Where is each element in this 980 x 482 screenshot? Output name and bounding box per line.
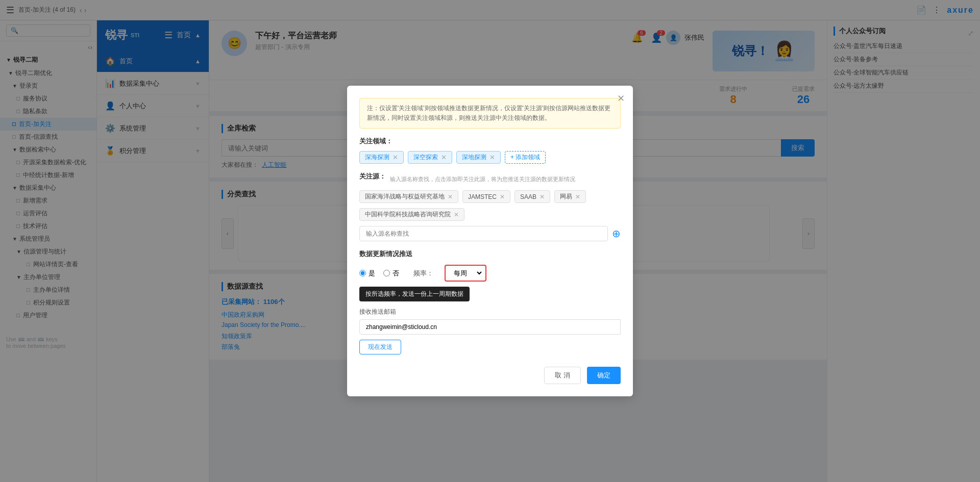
source-tag-3[interactable]: SAAB ✕ <box>514 190 550 203</box>
now-send-area: 现在发送 <box>359 340 621 354</box>
source-tags-row2: 中国科学院科技战略咨询研究院 ✕ <box>359 208 621 221</box>
radio-yes-input[interactable] <box>359 270 366 276</box>
tag-deep-space[interactable]: 深空探索 ✕ <box>408 151 452 164</box>
tag-close-deep-space[interactable]: ✕ <box>441 154 447 161</box>
email-label: 接收推送邮箱 <box>359 308 621 316</box>
source-tag-close-5[interactable]: ✕ <box>454 211 459 218</box>
push-radio-row: 是 否 频率： 每周 每日 每月 <box>359 265 621 282</box>
modal-overlay[interactable]: ✕ 注：仅设置'关注领域'则按领域推送数据更新情况，仅设置'关注源'则按信源网站… <box>0 0 980 482</box>
push-tooltip: 按所选频率，发送一份上一周期数据 <box>359 287 470 301</box>
tag-close-deep-earth[interactable]: ✕ <box>489 154 495 161</box>
add-field-button[interactable]: + 添加领域 <box>505 151 546 164</box>
source-tag-2[interactable]: JAMSTEC ✕ <box>462 190 510 203</box>
modal-footer: 取 消 确定 <box>359 367 621 384</box>
modal-close-button[interactable]: ✕ <box>617 93 625 104</box>
source-tag-close-4[interactable]: ✕ <box>575 193 580 200</box>
source-add-icon[interactable]: ⊕ <box>612 227 621 240</box>
source-input-row: ⊕ <box>359 226 621 241</box>
now-send-button[interactable]: 现在发送 <box>359 340 401 354</box>
radio-no-input[interactable] <box>383 270 390 276</box>
cancel-button[interactable]: 取 消 <box>544 367 581 384</box>
modal-note: 注：仅设置'关注领域'则按领域推送数据更新情况，仅设置'关注源'则按信源网站推送… <box>359 98 621 129</box>
tag-deep-earth[interactable]: 深地探测 ✕ <box>456 151 501 164</box>
push-section-label: 数据更新情况推送 <box>359 249 621 259</box>
source-search-input[interactable] <box>359 226 608 241</box>
source-tag-4[interactable]: 网易 ✕ <box>554 190 586 203</box>
source-label: 关注源： <box>359 172 386 181</box>
email-input-row <box>359 319 621 335</box>
source-tag-close-2[interactable]: ✕ <box>500 193 505 200</box>
radio-no[interactable]: 否 <box>383 269 399 278</box>
focus-field-label: 关注领域： <box>359 137 621 146</box>
source-tag-close-3[interactable]: ✕ <box>540 193 545 200</box>
email-input[interactable] <box>359 319 621 335</box>
source-tag-5[interactable]: 中国科学院科技战略咨询研究院 ✕ <box>359 208 464 221</box>
source-tags: 国家海洋战略与权益研究基地 ✕ JAMSTEC ✕ SAAB ✕ 网易 ✕ <box>359 190 621 203</box>
source-tag-close-1[interactable]: ✕ <box>448 193 453 200</box>
confirm-button[interactable]: 确定 <box>587 367 621 384</box>
freq-label: 频率： <box>413 269 433 278</box>
follow-modal: ✕ 注：仅设置'关注领域'则按领域推送数据更新情况，仅设置'关注源'则按信源网站… <box>347 86 633 396</box>
push-section: 数据更新情况推送 是 否 频率： 每周 每日 每月 <box>359 249 621 301</box>
freq-select[interactable]: 每周 每日 每月 <box>448 267 483 280</box>
tag-close-deep-sea[interactable]: ✕ <box>393 154 398 161</box>
source-hint: 输入源名称查找，点击添加即关注此源，将为您推送关注源的数据更新情况 <box>390 175 575 183</box>
tag-deep-sea[interactable]: 深海探测 ✕ <box>359 151 404 164</box>
radio-yes[interactable]: 是 <box>359 269 375 278</box>
freq-select-wrapper[interactable]: 每周 每日 每月 <box>445 265 486 282</box>
email-section: 接收推送邮箱 <box>359 308 621 335</box>
focus-field-tags: 深海探测 ✕ 深空探索 ✕ 深地探测 ✕ + 添加领域 <box>359 151 621 164</box>
source-tag-1[interactable]: 国家海洋战略与权益研究基地 ✕ <box>359 190 458 203</box>
